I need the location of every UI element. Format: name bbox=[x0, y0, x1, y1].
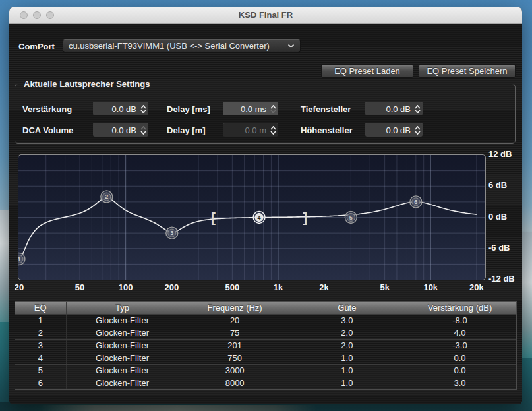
x-tick-label: 100 bbox=[119, 282, 133, 292]
svg-text:2: 2 bbox=[105, 193, 108, 200]
delay-ms-increment-icon[interactable] bbox=[270, 105, 276, 109]
y-tick-label: -6 dB bbox=[488, 243, 510, 253]
table-cell: Glocken-Filter bbox=[67, 327, 179, 339]
eq-band-handle-1[interactable]: 1 bbox=[18, 253, 25, 265]
table-cell: 2.0 bbox=[291, 327, 403, 339]
delay-m-value: 0.0 m bbox=[223, 125, 269, 135]
x-tick-label: 20 bbox=[15, 282, 24, 292]
gain-decrement-icon[interactable] bbox=[140, 110, 146, 113]
svg-text:5: 5 bbox=[349, 214, 353, 221]
table-cell: 4 bbox=[15, 352, 67, 364]
column-header: Typ bbox=[67, 302, 179, 314]
table-cell: Glocken-Filter bbox=[67, 315, 179, 327]
table-cell: 1 bbox=[15, 315, 67, 327]
table-row[interactable]: 6Glocken-Filter80001.03.0 bbox=[15, 377, 516, 389]
eq-curve-plot: []123456 bbox=[18, 155, 485, 280]
comport-selected-value: cu.usbserial-FT93VIMM1 (USB <-> Serial C… bbox=[69, 41, 283, 51]
svg-text:1: 1 bbox=[18, 256, 21, 263]
speaker-settings-group: Aktuelle Lautsprecher Settings Verstärku… bbox=[15, 79, 516, 144]
low-shelf-increment-icon[interactable] bbox=[415, 105, 421, 109]
frequency-axis-labels: 20501002005001k2k5k10k20k bbox=[18, 282, 492, 294]
gain-increment-icon[interactable] bbox=[140, 105, 146, 109]
eq-filter-table: EQTypFrequenz (Hz)GüteVerstärkung (dB)1G… bbox=[15, 301, 517, 390]
table-cell: Glocken-Filter bbox=[67, 352, 179, 364]
app-window: KSD Final FR ComPort cu.usbserial-FT93VI… bbox=[9, 7, 522, 404]
table-row[interactable]: 4Glocken-Filter7501.00.0 bbox=[15, 352, 516, 364]
high-shelf-spinner: 0.0 dB bbox=[365, 123, 423, 137]
bandwidth-bracket-right[interactable]: ] bbox=[303, 210, 307, 225]
dca-volume-value[interactable]: 0.0 dB bbox=[93, 125, 139, 135]
low-shelf-label: Tiefensteller bbox=[301, 104, 351, 114]
dca-volume-decrement-icon[interactable] bbox=[140, 131, 146, 135]
y-tick-label: 6 dB bbox=[488, 180, 507, 190]
x-tick-label: 5k bbox=[380, 282, 389, 292]
table-cell: 1.0 bbox=[291, 352, 403, 364]
x-tick-label: 1k bbox=[274, 282, 283, 292]
svg-text:6: 6 bbox=[414, 199, 417, 205]
table-cell: 3 bbox=[15, 340, 67, 352]
dca-volume-increment-icon[interactable] bbox=[140, 126, 146, 130]
table-cell: 6 bbox=[15, 377, 67, 389]
eq-band-handle-6[interactable]: 6 bbox=[410, 196, 422, 208]
high-shelf-label: Höhensteller bbox=[301, 125, 353, 135]
table-cell: -3.0 bbox=[403, 340, 516, 352]
high-shelf-increment-icon[interactable] bbox=[415, 126, 421, 130]
y-tick-label: -12 dB bbox=[488, 274, 515, 284]
speaker-settings-legend: Aktuelle Lautsprecher Settings bbox=[20, 79, 153, 89]
table-row[interactable]: 1Glocken-Filter203.0-8.0 bbox=[15, 314, 516, 327]
delay-m-decrement-icon[interactable] bbox=[270, 131, 276, 135]
comport-select[interactable]: cu.usbserial-FT93VIMM1 (USB <-> Serial C… bbox=[63, 39, 301, 53]
eq-band-handle-2[interactable]: 2 bbox=[101, 191, 113, 203]
eq-band-handle-3[interactable]: 3 bbox=[166, 227, 178, 239]
delay-ms-decrement-icon[interactable] bbox=[270, 110, 276, 113]
wallpaper-mountain-right bbox=[521, 232, 532, 358]
table-cell: Glocken-Filter bbox=[67, 365, 179, 377]
dca-volume-label: DCA Volume bbox=[22, 125, 73, 135]
table-cell: 201 bbox=[179, 340, 291, 352]
table-row[interactable]: 5Glocken-Filter30001.00.0 bbox=[15, 364, 516, 377]
low-shelf-spinner: 0.0 dB bbox=[365, 102, 423, 115]
table-cell: -8.0 bbox=[403, 315, 516, 327]
eq-response-curve bbox=[19, 198, 477, 259]
gain-label: Verstärkung bbox=[22, 104, 72, 114]
table-cell: Glocken-Filter bbox=[67, 340, 179, 352]
gain-value[interactable]: 0.0 dB bbox=[93, 104, 139, 114]
table-cell: 2 bbox=[15, 327, 67, 339]
table-cell: 3.0 bbox=[291, 315, 403, 327]
eq-preset-save-button[interactable]: EQ Preset Speichern bbox=[419, 64, 516, 78]
delay-m-label: Delay [m] bbox=[167, 125, 206, 135]
eq-preset-load-button[interactable]: EQ Preset Laden bbox=[321, 64, 413, 78]
eq-band-handle-4[interactable]: 4 bbox=[253, 212, 265, 224]
table-cell: 0.0 bbox=[403, 365, 516, 377]
table-row[interactable]: 2Glocken-Filter752.04.0 bbox=[15, 327, 516, 339]
delay-ms-value[interactable]: 0.0 ms bbox=[223, 104, 269, 114]
table-cell: 1.0 bbox=[291, 365, 403, 377]
y-tick-label: 0 dB bbox=[488, 212, 507, 222]
bandwidth-bracket-left[interactable]: [ bbox=[211, 210, 216, 225]
low-shelf-value[interactable]: 0.0 dB bbox=[365, 104, 413, 114]
column-header: Güte bbox=[291, 302, 403, 314]
x-tick-label: 50 bbox=[75, 282, 84, 292]
dca-volume-spinner: 0.0 dB bbox=[93, 123, 148, 137]
table-row[interactable]: 3Glocken-Filter2012.0-3.0 bbox=[15, 339, 516, 352]
delay-ms-label: Delay [ms] bbox=[167, 104, 210, 114]
low-shelf-decrement-icon[interactable] bbox=[415, 110, 421, 113]
table-cell: 3000 bbox=[179, 365, 291, 377]
table-cell: 750 bbox=[179, 352, 291, 364]
eq-band-handle-5[interactable]: 5 bbox=[345, 212, 357, 224]
table-cell: 5 bbox=[15, 365, 67, 377]
high-shelf-decrement-icon[interactable] bbox=[415, 131, 421, 135]
delay-m-increment-icon[interactable] bbox=[270, 126, 276, 130]
titlebar[interactable]: KSD Final FR bbox=[9, 7, 522, 24]
eq-response-graph[interactable]: []123456 bbox=[18, 154, 486, 280]
x-tick-label: 2k bbox=[319, 282, 328, 292]
high-shelf-value[interactable]: 0.0 dB bbox=[365, 125, 413, 135]
gain-spinner: 0.0 dB bbox=[93, 102, 148, 115]
x-tick-label: 10k bbox=[423, 282, 438, 292]
table-cell: Glocken-Filter bbox=[67, 377, 179, 389]
column-header: Verstärkung (dB) bbox=[403, 302, 516, 314]
table-cell: 3.0 bbox=[403, 377, 516, 389]
x-tick-label: 20k bbox=[469, 282, 484, 292]
svg-text:4: 4 bbox=[258, 214, 261, 221]
window-title: KSD Final FR bbox=[9, 10, 522, 20]
